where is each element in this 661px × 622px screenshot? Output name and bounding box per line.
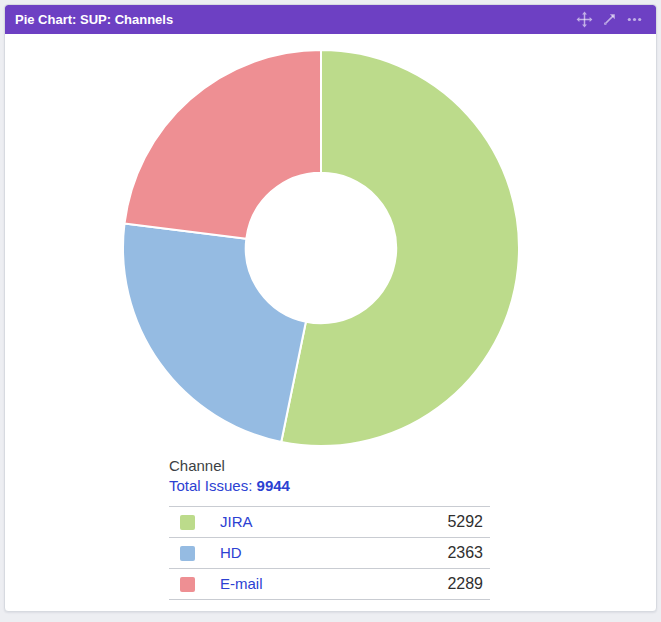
group-by-label: Channel (169, 456, 656, 476)
donut-chart (119, 46, 523, 450)
pie-chart-gadget: Pie Chart: SUP: Channels (4, 4, 657, 612)
gadget-header: Pie Chart: SUP: Channels (5, 5, 656, 34)
gadget-title: Pie Chart: SUP: Channels (5, 12, 173, 27)
expand-icon[interactable] (601, 11, 618, 28)
legend-table: JIRA5292HD2363E-mail2289 (169, 506, 490, 600)
legend-row: JIRA5292 (169, 507, 490, 538)
pie-slice-hd[interactable] (123, 223, 306, 442)
legend-label-link[interactable]: E-mail (220, 575, 263, 592)
legend-row: E-mail2289 (169, 569, 490, 600)
legend-label-link[interactable]: HD (220, 544, 242, 561)
legend-swatch (180, 515, 195, 530)
more-icon[interactable] (626, 11, 643, 28)
legend-label-link[interactable]: JIRA (220, 513, 253, 530)
legend-swatch (180, 546, 195, 561)
legend-swatch (180, 577, 195, 592)
total-issues-line: Total Issues: 9944 (169, 476, 656, 496)
legend-value: 5292 (366, 507, 490, 538)
legend-row: HD2363 (169, 538, 490, 569)
legend-value: 2289 (366, 569, 490, 600)
total-issues-value: 9944 (257, 477, 290, 494)
total-issues-label: Total Issues: (169, 477, 252, 494)
pie-slice-e-mail[interactable] (125, 50, 321, 239)
move-icon[interactable] (576, 11, 593, 28)
gadget-header-actions (576, 11, 656, 28)
chart-summary: Channel Total Issues: 9944 (169, 456, 656, 496)
legend-value: 2363 (366, 538, 490, 569)
